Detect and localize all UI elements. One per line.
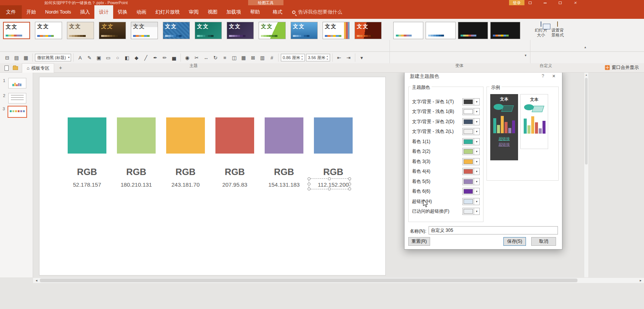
horizontal-scrollbar[interactable]: ◂ ▸: [33, 277, 644, 283]
color-swatch-dropdown[interactable]: ▾: [462, 108, 480, 115]
resize-handle[interactable]: [348, 183, 351, 186]
rgb-label-1[interactable]: RGB: [68, 167, 106, 177]
rgb-label-3[interactable]: RGB: [166, 167, 205, 177]
shape-height-stepper[interactable]: 0.86 厘米▴▾: [281, 54, 305, 61]
color-square-3[interactable]: [166, 117, 205, 154]
spinner-down-icon[interactable]: ▾: [326, 58, 329, 61]
resize-handle[interactable]: [348, 187, 351, 190]
rgb-label-2[interactable]: RGB: [117, 167, 156, 177]
spinner-up-icon[interactable]: ▴: [326, 55, 329, 58]
shape-fill-icon[interactable]: ◧: [123, 54, 131, 61]
rgb-value-1[interactable]: 52.178.157: [68, 181, 106, 188]
table-grid-icon[interactable]: ▦: [239, 54, 248, 61]
theme-thumbnail-8[interactable]: 文文: [227, 22, 254, 39]
shape-width-stepper[interactable]: 3.56 厘米▴▾: [306, 54, 330, 61]
scroll-up-icon[interactable]: ▴: [584, 73, 588, 76]
tab-nordri-tools[interactable]: Nordri Tools: [41, 5, 76, 19]
color-square-6[interactable]: [314, 117, 353, 154]
color-swatch-dropdown[interactable]: ▾: [462, 138, 480, 145]
slide-thumbnail-1[interactable]: 1: [8, 78, 26, 88]
shape-ellipse-icon[interactable]: ○: [114, 54, 122, 61]
resize-handle[interactable]: [308, 187, 311, 190]
rgb-value-3[interactable]: 243.181.70: [166, 181, 205, 188]
color-swatch-dropdown[interactable]: ▾: [462, 178, 480, 185]
ink-pen-icon[interactable]: ✒: [151, 54, 159, 61]
color-swatch-dropdown[interactable]: ▾: [462, 128, 480, 135]
color-square-2[interactable]: [117, 117, 156, 154]
sign-in-button[interactable]: 登录: [509, 0, 524, 5]
reset-button[interactable]: 重置(R): [408, 237, 430, 246]
new-presentation-icon[interactable]: [3, 65, 10, 71]
send-backward-icon[interactable]: ⇥: [344, 54, 353, 61]
variant-thumbnail-3[interactable]: [458, 22, 488, 39]
align-objects-icon[interactable]: ≡: [221, 54, 229, 61]
theme-thumbnail-5[interactable]: 文文: [131, 22, 158, 39]
theme-thumbnail-12[interactable]: 文文: [355, 22, 382, 39]
color-square-4[interactable]: [215, 117, 254, 154]
horizontal-scroll-thumb[interactable]: [40, 279, 577, 282]
column-chart-icon[interactable]: ▥: [258, 54, 267, 61]
color-swatch-dropdown[interactable]: ▾: [462, 98, 480, 105]
tab-animations[interactable]: 动画: [132, 5, 151, 19]
color-swatch-dropdown[interactable]: ▾: [462, 168, 480, 175]
insert-chart-icon[interactable]: ▅: [170, 54, 178, 61]
rgb-value-2[interactable]: 180.210.131: [117, 181, 156, 188]
variant-thumbnail-2[interactable]: [426, 22, 456, 39]
text-box-icon[interactable]: ▭: [104, 54, 112, 61]
line-icon[interactable]: ╱: [142, 54, 150, 61]
tab-file[interactable]: 文件: [0, 5, 22, 19]
tab-help[interactable]: 帮助: [245, 5, 264, 19]
theme-thumbnail-6[interactable]: 文文: [163, 22, 190, 39]
delete-icon[interactable]: ⊠: [249, 54, 257, 61]
theme-name-input[interactable]: [429, 226, 558, 234]
color-swatch-dropdown[interactable]: ▾: [462, 118, 480, 125]
slide-thumbnail-2[interactable]: 2: [8, 93, 26, 104]
theme-thumbnail-11[interactable]: 文文: [323, 22, 350, 39]
tab-design[interactable]: 设计: [94, 5, 113, 19]
rgb-label-6[interactable]: RGB: [314, 167, 353, 177]
shape-effects-icon[interactable]: ◉: [183, 54, 191, 61]
tab-addins[interactable]: 加载项: [222, 5, 245, 19]
theme-thumbnail-9[interactable]: 文文: [259, 22, 286, 39]
color-swatch-dropdown[interactable]: ▾: [462, 148, 480, 155]
font-color-icon[interactable]: A: [76, 54, 84, 61]
color-swatch-dropdown[interactable]: ▾: [462, 198, 480, 205]
rotate-object-icon[interactable]: ↻: [211, 54, 220, 61]
rgb-label-4[interactable]: RGB: [215, 167, 254, 177]
color-swatch-dropdown[interactable]: ▾: [462, 158, 480, 165]
variants-more-icon[interactable]: ▾: [523, 53, 529, 58]
tab-view[interactable]: 视图: [203, 5, 222, 19]
tab-template-zone[interactable]: ⌂ 模板专区: [22, 63, 54, 73]
gridlines-icon[interactable]: #: [268, 54, 276, 61]
color-square-5[interactable]: [265, 117, 303, 154]
format-background-button[interactable]: 设置背景格式: [550, 22, 565, 59]
tell-me-search[interactable]: 告诉我你想要做什么: [292, 5, 342, 19]
theme-thumbnail-4[interactable]: 文文: [99, 22, 126, 39]
rgb-value-4[interactable]: 207.95.83: [215, 181, 254, 188]
maximize-icon[interactable]: [556, 1, 564, 5]
theme-thumbnail-3[interactable]: 文文: [67, 22, 94, 39]
resize-handle[interactable]: [348, 177, 351, 180]
spinner-up-icon[interactable]: ▴: [300, 55, 304, 58]
open-folder-icon[interactable]: [12, 65, 19, 71]
rgb-value-5[interactable]: 154.131.183: [265, 181, 303, 188]
slide-size-button[interactable]: 幻灯片大小: [533, 22, 549, 59]
theme-thumbnail-2[interactable]: 文文: [35, 22, 62, 39]
color-square-1[interactable]: [68, 117, 106, 154]
cancel-button[interactable]: 取消: [531, 237, 556, 246]
vertical-scroll-thumb[interactable]: [585, 78, 588, 164]
resize-handle[interactable]: [328, 187, 331, 190]
textbox-selection[interactable]: ↻: [309, 178, 350, 189]
print-preview-icon[interactable]: ⊟: [3, 54, 11, 61]
close-icon[interactable]: ✕: [571, 1, 579, 5]
help-icon[interactable]: ?: [539, 73, 546, 79]
scroll-left-icon[interactable]: ◂: [34, 278, 39, 283]
variant-thumbnail-1[interactable]: [393, 22, 423, 39]
tab-home[interactable]: 开始: [22, 5, 41, 19]
tab-format[interactable]: 格式: [268, 5, 287, 19]
slide-canvas[interactable]: RGB 52.178.157 RGB 180.210.131 RGB 243.1…: [39, 77, 385, 275]
bring-forward-icon[interactable]: ⇤: [335, 54, 343, 61]
window-merge-toggle[interactable]: 窗口合并显示: [605, 64, 639, 71]
insert-picture-icon[interactable]: ▣: [95, 54, 103, 61]
resize-handle[interactable]: [308, 177, 311, 180]
